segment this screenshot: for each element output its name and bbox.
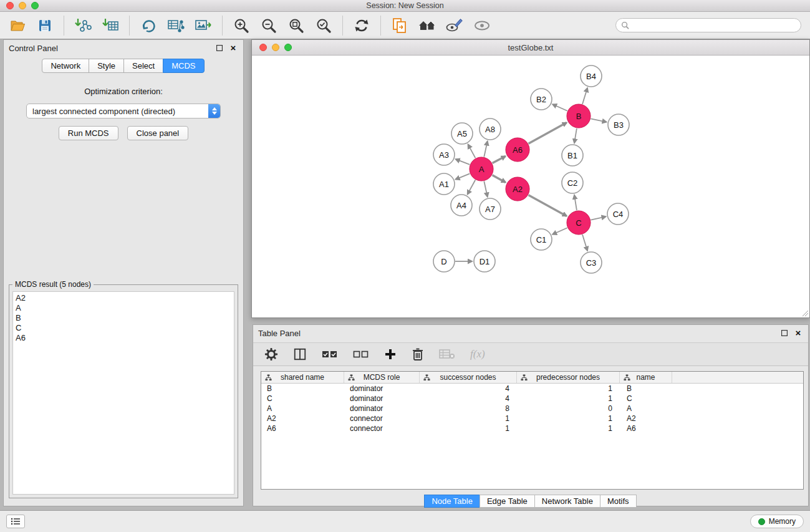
open-session-icon[interactable] (6, 15, 29, 36)
graph-edge-A-A1[interactable] (456, 173, 470, 179)
graph-node-B3[interactable]: B3 (608, 114, 629, 135)
graph-edge-A2-C[interactable] (529, 195, 567, 216)
graph-node-A2[interactable]: A2 (506, 177, 529, 201)
result-item[interactable]: A (13, 303, 234, 313)
mcds-result-list[interactable]: A2ABCA6 (12, 291, 234, 495)
delete-column-icon[interactable] (412, 347, 424, 361)
network-close-icon[interactable] (259, 44, 267, 51)
tab-select[interactable]: Select (123, 59, 163, 73)
select-all-icon[interactable] (322, 349, 338, 360)
graph-node-B[interactable]: B (567, 104, 591, 128)
zoom-in-icon[interactable] (230, 15, 253, 36)
copy-document-icon[interactable] (388, 15, 411, 36)
search-box[interactable] (615, 18, 801, 32)
graph-edge-C-C2[interactable] (574, 195, 577, 210)
graph-edge-A-A7[interactable] (484, 181, 487, 197)
memory-button[interactable]: Memory (750, 515, 804, 528)
table-row[interactable]: A2connector11A2 (261, 414, 803, 423)
column-header-shared-name[interactable]: shared name (261, 372, 344, 383)
zoom-fit-icon[interactable] (285, 15, 307, 36)
close-table-panel-icon[interactable]: × (793, 328, 803, 338)
graph-node-A7[interactable]: A7 (480, 198, 501, 220)
tab-edge-table[interactable]: Edge Table (480, 495, 535, 508)
graph-node-A8[interactable]: A8 (480, 118, 501, 140)
graph-node-C2[interactable]: C2 (562, 172, 583, 193)
graph-edge-A-A6[interactable] (493, 156, 506, 163)
graph-edge-B-B4[interactable] (582, 88, 587, 104)
graph-node-D1[interactable]: D1 (474, 251, 495, 272)
close-panel-icon[interactable]: × (228, 43, 238, 53)
graph-node-A[interactable]: A (470, 157, 493, 181)
result-item[interactable]: B (13, 313, 234, 323)
graph-node-A4[interactable]: A4 (451, 195, 472, 216)
graph-edge-A-A3[interactable] (456, 159, 470, 165)
minimize-window-icon[interactable] (19, 2, 26, 9)
graph-edge-C-C3[interactable] (582, 235, 587, 251)
graph-edge-A-A2[interactable] (493, 175, 506, 183)
import-network-icon[interactable] (72, 15, 94, 36)
home-panels-icon[interactable] (416, 15, 438, 36)
show-details-eye-icon[interactable] (471, 15, 493, 36)
paint-style-icon[interactable] (443, 15, 466, 36)
table-row[interactable]: Adominator80A (261, 404, 803, 414)
graph-edge-A-A4[interactable] (468, 180, 476, 195)
graph-node-A3[interactable]: A3 (433, 144, 455, 165)
result-item[interactable]: A2 (13, 293, 234, 303)
close-panel-button[interactable]: Close panel (127, 126, 189, 140)
network-zoom-icon[interactable] (284, 44, 292, 51)
add-column-icon[interactable] (384, 348, 397, 360)
graph-node-C3[interactable]: C3 (581, 252, 602, 273)
zoom-window-icon[interactable] (31, 2, 39, 9)
tab-mcds[interactable]: MCDS (163, 59, 204, 73)
select-columns-icon[interactable] (293, 347, 307, 361)
graph-node-C1[interactable]: C1 (531, 229, 552, 250)
zoom-out-icon[interactable] (258, 15, 280, 36)
graph-edge-B-B2[interactable] (552, 104, 567, 111)
window-resize-handle[interactable] (801, 309, 809, 317)
graph-node-B4[interactable]: B4 (581, 65, 602, 87)
optimization-criterion-dropdown[interactable]: largest connected component (directed) (26, 104, 221, 118)
result-item[interactable]: C (13, 323, 234, 333)
network-minimize-icon[interactable] (272, 44, 279, 51)
float-table-panel-icon[interactable] (779, 328, 789, 338)
tab-network[interactable]: Network (42, 59, 89, 73)
tab-motifs[interactable]: Motifs (600, 495, 637, 508)
graph-edge-B-B1[interactable] (574, 128, 577, 143)
table-row[interactable]: Cdominator41C (261, 394, 803, 404)
graph-node-C4[interactable]: C4 (607, 203, 629, 225)
column-header-predecessor-nodes[interactable]: predecessor nodes (517, 372, 620, 383)
close-window-icon[interactable] (6, 2, 14, 9)
search-input[interactable] (632, 21, 796, 30)
graph-edge-A6-B[interactable] (529, 123, 567, 144)
deselect-all-icon[interactable] (353, 349, 369, 360)
graph-node-D[interactable]: D (433, 251, 455, 272)
save-session-icon[interactable] (34, 15, 56, 36)
float-panel-icon[interactable] (215, 43, 224, 53)
column-header-successor-nodes[interactable]: successor nodes (420, 372, 517, 383)
export-image-icon[interactable] (192, 15, 215, 36)
task-history-button[interactable] (6, 515, 25, 528)
graph-node-A5[interactable]: A5 (451, 123, 473, 144)
tab-node-table[interactable]: Node Table (424, 495, 480, 508)
table-settings-gear-icon[interactable] (264, 347, 278, 361)
graph-node-A1[interactable]: A1 (433, 173, 455, 195)
graph-edge-C-C1[interactable] (552, 228, 567, 235)
graph-node-B1[interactable]: B1 (562, 145, 583, 166)
graph-edge-B-B3[interactable] (591, 118, 607, 122)
graph-edge-A-A8[interactable] (484, 142, 487, 157)
tab-style[interactable]: Style (89, 59, 124, 73)
table-row[interactable]: A6connector11A6 (261, 423, 803, 433)
column-header-name[interactable]: name (620, 372, 672, 383)
result-item[interactable]: A6 (13, 333, 234, 343)
tab-network-table[interactable]: Network Table (534, 495, 600, 508)
graph-node-C[interactable]: C (567, 211, 591, 235)
network-from-table-icon[interactable] (165, 15, 187, 36)
graph-node-A6[interactable]: A6 (506, 138, 529, 162)
network-canvas[interactable]: B4B2BB3A5A8A6A3AB1A1A2C2A4A7C4CC1C3DD1 (252, 56, 809, 317)
column-header-mcds-role[interactable]: MCDS role (344, 372, 420, 383)
graph-edge-C-C4[interactable] (591, 216, 606, 220)
graph-node-B2[interactable]: B2 (531, 89, 552, 110)
table-row[interactable]: Bdominator41B (261, 384, 803, 394)
import-table-icon[interactable] (99, 15, 122, 36)
zoom-selected-icon[interactable] (312, 15, 335, 36)
